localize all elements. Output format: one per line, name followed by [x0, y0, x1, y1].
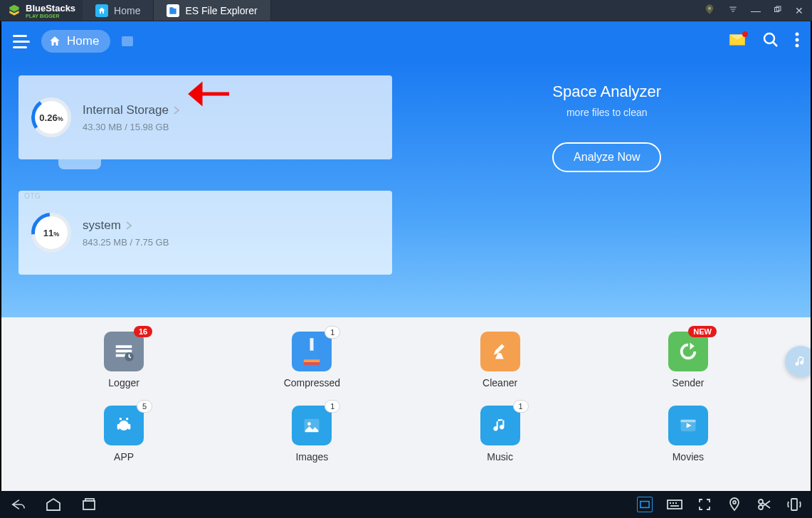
es-tab-icon [167, 4, 179, 17]
svg-rect-15 [119, 421, 129, 430]
storage-area: 0.26% Internal Storage 43.30 MB / 15.98 … [1, 61, 811, 317]
chevron-right-icon [125, 221, 132, 231]
badge: 1 [513, 400, 529, 413]
cleaner-icon [480, 332, 520, 371]
app-icon: 5 [104, 406, 144, 445]
tab-label: ES File Explorer [185, 5, 257, 16]
category-label: Images [295, 451, 328, 462]
svg-rect-23 [85, 499, 94, 501]
android-navbar [0, 491, 812, 518]
badge: 1 [325, 400, 340, 413]
svg-point-7 [796, 44, 799, 48]
home-nav-icon[interactable] [46, 497, 61, 512]
mail-icon[interactable] [728, 33, 747, 50]
search-icon[interactable] [762, 31, 779, 51]
fullscreen-icon[interactable] [697, 497, 712, 512]
category-label: Music [487, 451, 513, 462]
annotation-arrow [188, 81, 231, 110]
svg-rect-16 [117, 424, 120, 430]
svg-rect-33 [791, 499, 797, 510]
dropdown-icon[interactable] [728, 4, 738, 16]
images-icon: 1 [292, 406, 332, 445]
bluestacks-titlebar: BlueStacks Play Bigger Home ES File Expl… [0, 0, 812, 21]
compressed-icon: 1 [292, 332, 332, 371]
window-indicator[interactable] [122, 36, 133, 46]
otg-tag: OTG [24, 192, 41, 200]
analyzer-title: Space Analyzer [552, 83, 661, 101]
chevron-right-icon [173, 105, 180, 115]
close-button[interactable]: ✕ [795, 5, 803, 16]
keyboard-icon[interactable] [667, 497, 682, 512]
category-logger[interactable]: 16 Logger [104, 332, 144, 388]
brand-tagline: Play Bigger [26, 14, 75, 18]
usage-ring: 0.26% [31, 97, 71, 137]
category-label: APP [114, 451, 134, 462]
nav-right [637, 497, 802, 512]
minimize-button[interactable]: — [751, 5, 761, 16]
usage-ring: 11% [31, 213, 71, 253]
category-music[interactable]: 1 Music [480, 406, 520, 462]
svg-point-3 [764, 33, 774, 43]
sender-icon: NEW [668, 332, 708, 371]
music-fab[interactable] [785, 346, 811, 377]
movies-icon [668, 406, 708, 445]
bluestacks-icon [7, 4, 21, 18]
svg-rect-25 [668, 500, 682, 509]
svg-point-14 [126, 418, 129, 421]
notification-dot [742, 31, 748, 37]
tab-label: Home [114, 5, 140, 16]
bluestacks-tabs: Home ES File Explorer [83, 0, 695, 21]
badge: NEW [688, 326, 717, 337]
es-header: Home [1, 21, 811, 61]
location-icon[interactable] [704, 4, 715, 17]
maximize-button[interactable] [774, 5, 782, 16]
category-cleaner[interactable]: Cleaner [480, 332, 520, 388]
analyzer-sub: more files to clean [566, 107, 648, 118]
category-sender[interactable]: NEW Sender [668, 332, 708, 388]
category-images[interactable]: 1 Images [292, 406, 332, 462]
app-frame: Home 0.26% Internal Storage 43.30 MB / 1… [0, 21, 812, 491]
category-label: Compressed [284, 377, 340, 388]
storage-sub: 843.25 MB / 7.75 GB [83, 237, 379, 248]
brand-text: BlueStacks [26, 3, 75, 14]
svg-rect-10 [310, 338, 314, 351]
more-icon[interactable] [795, 32, 799, 51]
space-analyzer: Space Analyzer more files to clean Analy… [421, 75, 794, 296]
badge: 5 [137, 400, 152, 413]
home-icon [48, 35, 61, 48]
music-icon: 1 [480, 406, 520, 445]
category-grid: 16 Logger 1 Compressed Cleaner [30, 332, 782, 462]
svg-rect-24 [640, 502, 649, 508]
category-label: Logger [108, 377, 139, 388]
svg-rect-17 [128, 424, 131, 430]
category-compressed[interactable]: 1 Compressed [284, 332, 340, 388]
category-app[interactable]: 5 APP [104, 406, 144, 462]
storage-title: system [83, 218, 121, 233]
storage-system[interactable]: OTG 11% system 843.25 MB / 7.75 GB [19, 191, 392, 275]
storage-sub: 43.30 MB / 15.98 GB [83, 122, 379, 132]
recent-icon[interactable] [81, 497, 97, 512]
category-movies[interactable]: Movies [668, 406, 708, 462]
svg-point-5 [796, 33, 799, 36]
scissors-icon[interactable] [756, 497, 772, 512]
card-stub [58, 159, 101, 169]
shake-icon[interactable] [786, 497, 802, 512]
location-nav-icon[interactable] [727, 497, 742, 512]
header-actions [728, 31, 799, 51]
tab-home[interactable]: Home [83, 0, 154, 21]
menu-icon[interactable] [13, 35, 30, 48]
svg-rect-21 [680, 420, 695, 423]
svg-rect-12 [304, 362, 320, 365]
category-label: Sender [672, 377, 704, 388]
back-icon[interactable] [10, 497, 26, 512]
home-chip[interactable]: Home [41, 30, 110, 53]
svg-rect-22 [83, 501, 95, 509]
keyboard-toggle-icon[interactable] [637, 497, 653, 512]
category-label: Cleaner [483, 377, 517, 388]
home-tab-icon [95, 4, 108, 17]
category-label: Movies [673, 451, 704, 462]
tab-es-file-explorer[interactable]: ES File Explorer [154, 0, 270, 21]
bluestacks-logo: BlueStacks Play Bigger [0, 3, 83, 18]
analyze-now-button[interactable]: Analyze Now [552, 142, 661, 172]
svg-line-4 [773, 42, 777, 46]
